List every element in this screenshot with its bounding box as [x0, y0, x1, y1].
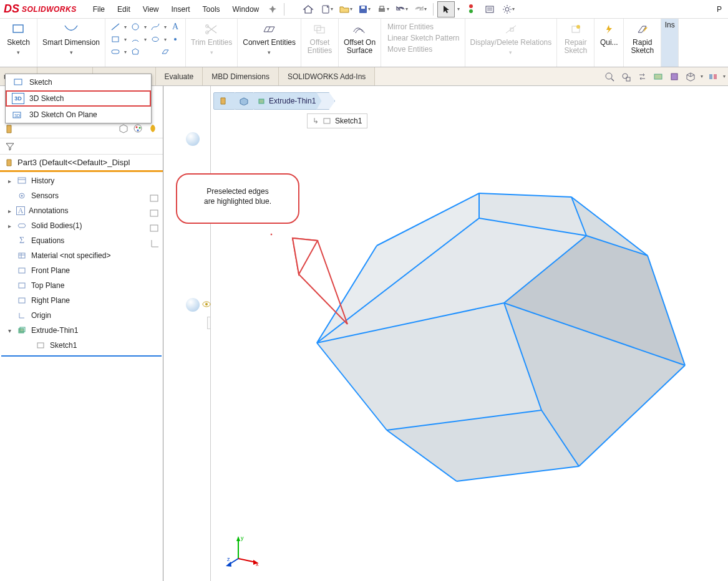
fm-tab-icon[interactable]: [4, 123, 15, 135]
point-icon[interactable]: [169, 34, 182, 45]
appearance-ball-icon[interactable]: [186, 298, 200, 312]
callout-tail: [291, 237, 366, 337]
select-cursor-icon[interactable]: [437, 1, 455, 17]
menu-tools[interactable]: Tools: [198, 2, 225, 16]
print-icon[interactable]: ▾: [374, 1, 392, 17]
graphics-area[interactable]: Extrude-Thin1 ↳ Sketch1: [163, 86, 728, 581]
mirror-entities[interactable]: Mirror Entities: [387, 22, 459, 31]
line-icon[interactable]: [109, 21, 122, 32]
pan-icon[interactable]: [636, 70, 648, 83]
svg-line-96: [238, 559, 256, 562]
svg-point-62: [205, 303, 208, 305]
tree-front-plane[interactable]: Front Plane: [0, 263, 163, 278]
spline-icon[interactable]: [149, 21, 162, 32]
tree-sketch1[interactable]: Sketch1: [0, 338, 163, 353]
display-tab-icon[interactable]: [148, 123, 159, 135]
filter-icon[interactable]: [5, 142, 15, 151]
tree-top-plane[interactable]: Top Plane: [0, 278, 163, 293]
form-icon[interactable]: [481, 1, 498, 17]
plane-sc-icon[interactable]: [149, 223, 160, 234]
plane-sc-icon[interactable]: [149, 208, 160, 219]
section-icon[interactable]: [652, 70, 664, 83]
offset-surface-group[interactable]: Offset On Surface: [339, 19, 381, 67]
menu-view[interactable]: View: [138, 2, 164, 16]
appearance-ball-icon[interactable]: [186, 132, 200, 146]
gear-icon[interactable]: ▾: [500, 1, 517, 17]
feature-tree-title[interactable]: Part3 (Default<<Default>_Displ: [0, 155, 163, 172]
zoom-area-icon[interactable]: [619, 70, 632, 83]
home-icon[interactable]: [299, 1, 317, 17]
menu-item-3d-sketch[interactable]: 3D 3D Sketch: [6, 90, 151, 107]
arc-icon[interactable]: [129, 34, 142, 45]
config-tab-icon[interactable]: [118, 123, 129, 135]
undo-icon[interactable]: ▾: [393, 1, 410, 17]
repair-group[interactable]: Repair Sketch: [557, 19, 595, 67]
linear-pattern[interactable]: Linear Sketch Pattern: [387, 34, 459, 42]
trim-group[interactable]: Trim Entities ▾: [186, 19, 238, 67]
relations-group[interactable]: Display/Delete Relations ▾: [465, 19, 558, 67]
tab-evaluate[interactable]: Evaluate: [156, 67, 203, 85]
model-view[interactable]: [211, 86, 722, 572]
chevron-down-icon[interactable]: ▾: [17, 49, 20, 55]
chevron-down-icon[interactable]: ▾: [210, 49, 213, 55]
svg-text:y: y: [241, 535, 244, 541]
tree-origin[interactable]: Origin: [0, 308, 163, 323]
tree-material[interactable]: Material <not specified>: [0, 248, 163, 263]
menu-item-sketch[interactable]: Sketch: [6, 74, 151, 90]
tree-history[interactable]: ▸History: [0, 173, 163, 188]
slot-icon[interactable]: [109, 46, 122, 57]
new-file-icon[interactable]: ▾: [318, 1, 336, 17]
main-area: Part3 (Default<<Default>_Displ ▸History …: [0, 86, 728, 581]
view-triad[interactable]: y x z: [226, 534, 261, 569]
svg-rect-34: [14, 79, 22, 85]
plane-icon[interactable]: [159, 46, 172, 57]
menu-insert[interactable]: Insert: [167, 2, 195, 16]
tree-solid-bodies[interactable]: ▸Solid Bodies(1): [0, 218, 163, 233]
menu-item-label: Sketch: [29, 78, 52, 87]
feature-tree: ▸History Sensors ▸AAnnotations ▸Solid Bo…: [0, 172, 163, 358]
polygon-icon[interactable]: [129, 46, 142, 57]
menu-item-3d-sketch-on-plane[interactable]: 3D 3D Sketch On Plane: [6, 107, 151, 123]
circle-icon[interactable]: [129, 21, 142, 32]
repair-label: Repair Sketch: [564, 39, 587, 55]
tree-extrude[interactable]: ▾Extrude-Thin1: [0, 323, 163, 338]
zoom-fit-icon[interactable]: [603, 70, 616, 83]
eye-icon[interactable]: [202, 300, 211, 309]
open-file-icon[interactable]: ▾: [337, 1, 354, 17]
quick-group[interactable]: Qui...: [595, 19, 624, 67]
display-style-icon[interactable]: [668, 70, 681, 83]
tab-addins[interactable]: SOLIDWORKS Add-Ins: [279, 67, 375, 85]
view-orientation-icon[interactable]: [684, 70, 697, 83]
offset-entities-group[interactable]: Offset Entities: [301, 19, 339, 67]
tree-annotations[interactable]: ▸AAnnotations: [0, 203, 163, 218]
menu-edit[interactable]: Edit: [112, 2, 135, 16]
text-icon[interactable]: A: [169, 21, 182, 32]
ins-group[interactable]: Ins: [661, 19, 679, 67]
sketch-group[interactable]: Sketch ▾: [0, 19, 37, 67]
tree-equations[interactable]: ΣEquations: [0, 233, 163, 248]
origin-sc-icon[interactable]: [149, 238, 160, 249]
chevron-down-icon[interactable]: ▾: [268, 49, 271, 55]
hide-show-icon[interactable]: [707, 70, 719, 83]
save-icon[interactable]: ▾: [356, 1, 373, 17]
rect-icon[interactable]: [109, 34, 122, 45]
chevron-down-icon[interactable]: ▾: [70, 49, 73, 55]
move-entities[interactable]: Move Entities: [387, 45, 459, 54]
plane-sc-icon[interactable]: [149, 193, 160, 204]
tree-right-plane[interactable]: Right Plane: [0, 293, 163, 308]
ellipse-icon[interactable]: [149, 34, 162, 45]
tree-sensors[interactable]: Sensors: [0, 188, 163, 203]
convert-group[interactable]: Convert Entities ▾: [238, 19, 301, 67]
traffic-light-icon[interactable]: [462, 1, 480, 17]
smart-dimension-group[interactable]: Smart Dimension ▾: [37, 19, 105, 67]
appearances-tab-icon[interactable]: [133, 123, 144, 135]
menu-window[interactable]: Window: [228, 2, 265, 16]
redo-icon[interactable]: ▾: [412, 1, 429, 17]
svg-point-44: [21, 195, 23, 197]
tab-mbd[interactable]: MBD Dimensions: [203, 67, 279, 85]
menu-file[interactable]: File: [88, 2, 110, 16]
rapid-group[interactable]: Rapid Sketch: [624, 19, 661, 67]
rollback-bar[interactable]: [1, 355, 162, 357]
chevron-down-icon[interactable]: ▾: [509, 49, 512, 55]
pin-icon[interactable]: [264, 1, 281, 17]
